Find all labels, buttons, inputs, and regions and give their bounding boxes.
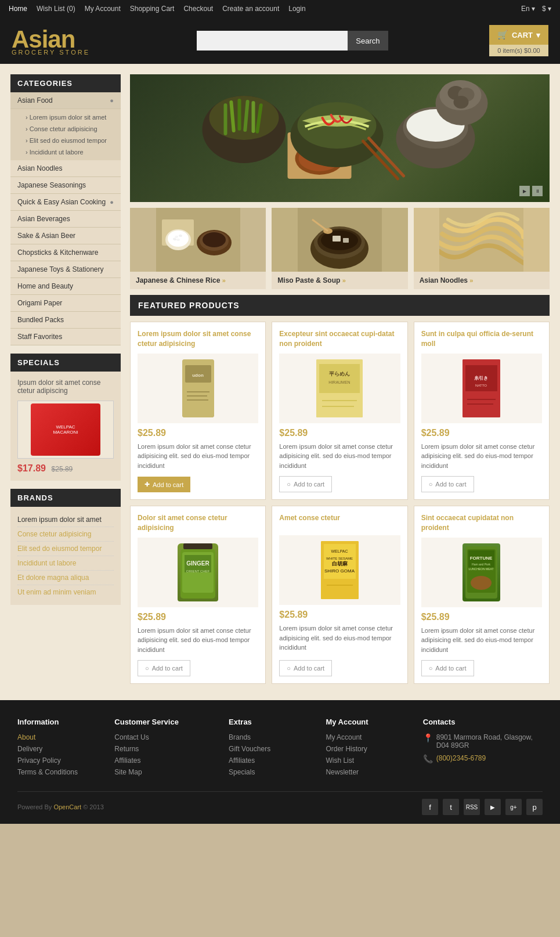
product-visual-4: GINGER ORIENT CHEF [178,543,218,601]
add-to-cart-3[interactable]: ○ Add to cart [421,476,474,492]
product-card-1: Lorem ipsum dolor sit amet conse ctetur … [130,322,266,500]
cat-asian-beverages[interactable]: Asian Beverages [10,211,121,228]
language-selector[interactable]: En ▾ [521,5,535,13]
add-to-cart-1[interactable]: ✚ Add to cart [138,477,190,492]
add-to-cart-4[interactable]: ○ Add to cart [138,660,190,676]
nav-checkout[interactable]: Checkout [183,5,213,13]
cat-quick-cooking[interactable]: Quick & Easy Asian Cooking ● [10,194,121,211]
footer-my-account[interactable]: My Account [326,733,411,741]
brand-5[interactable]: Et dolore magna aliqua [17,571,114,585]
brand-3[interactable]: Elit sed do eiusmod tempor [17,542,114,556]
cat-img-miso[interactable]: Miso Paste & Soup » [272,208,407,289]
social-facebook[interactable]: f [422,799,438,815]
social-rss[interactable]: RSS [464,799,480,815]
footer-contact[interactable]: Contact Us [114,733,217,741]
svg-point-22 [454,96,469,109]
cat-asian-noodles[interactable]: Asian Noodles [10,160,121,177]
footer-gift[interactable]: Gift Vouchers [229,745,314,753]
banner-pause[interactable]: ⏸ [532,186,543,196]
nav-login[interactable]: Login [288,5,305,13]
add-to-cart-5[interactable]: ○ Add to cart [279,660,332,676]
opencart-link[interactable]: OpenCart [53,803,81,810]
cat-link-3[interactable]: » [469,277,473,284]
cat-img-japanese-chinese[interactable]: Japanese & Chinese Rice » [130,208,266,289]
nav-myaccount[interactable]: My Account [85,5,121,13]
cat-home-beauty[interactable]: Home and Beauty [10,278,121,295]
cat-bundled[interactable]: Bundled Packs [10,312,121,329]
nav-cart[interactable]: Shopping Cart [130,5,175,13]
brand-4[interactable]: Incididunt ut labore [17,556,114,571]
banner-play[interactable]: ▶ [519,186,530,196]
nav-home[interactable]: Home [9,5,27,13]
footer-sitemap[interactable]: Site Map [114,768,217,776]
cat-link-2[interactable]: » [342,277,346,284]
footer-account: My Account My Account Order History Wish… [326,718,411,780]
cat-submenu: Lorem ipsum dolor sit amet Conse ctetur … [10,109,121,160]
nav-create[interactable]: Create an account [222,5,279,13]
svg-point-33 [203,232,226,247]
social-googleplus[interactable]: g+ [505,799,522,815]
social-youtube[interactable]: ▶ [485,799,501,815]
product-visual-2: 平らめん HIRAUMEN [316,359,363,417]
footer-delivery[interactable]: Delivery [17,745,103,753]
brand-6[interactable]: Ut enim ad minim veniam [17,585,114,599]
footer-about[interactable]: About [17,733,103,741]
social-twitter[interactable]: t [443,799,459,815]
cart-circle-icon-5: ○ [287,665,291,672]
box-pkg: WELPAC WHITE SESAME 白胡麻 SHIRO GOMA [321,541,359,599]
cat-link-1[interactable]: » [222,277,226,284]
footer-brands[interactable]: Brands [229,733,314,741]
product-title-4: Dolor sit amet conse ctetur adipisicing [138,513,258,533]
footer-affiliates-ex[interactable]: Affiliates [229,756,314,765]
search-button[interactable]: Search [348,31,388,51]
subcat-4[interactable]: Incididunt ut labore [21,146,121,158]
subcat-2[interactable]: Conse ctetur adipisicing [21,123,121,135]
footer-privacy[interactable]: Privacy Policy [17,756,103,765]
cat-expand-icon: ● [110,97,114,104]
product-card-6: Sint occaecat cupidatat non proident FOR… [414,506,550,684]
cat-img-noodles[interactable]: Asian Noodles » [414,208,550,289]
cat-sake[interactable]: Sake & Asian Beer [10,228,121,244]
brand-1[interactable]: Lorem ipsum dolor sit amet [17,513,114,527]
subcat-3[interactable]: Elit sed do eiusmod tempor [21,135,121,146]
cat-staff-favorites[interactable]: Staff Favorites [10,329,121,345]
footer-affiliates-cs[interactable]: Affiliates [114,756,217,765]
svg-text:HIRAUMEN: HIRAUMEN [329,380,351,384]
social-pinterest[interactable]: p [526,799,543,815]
nav-wishlist[interactable]: Wish List (0) [37,5,75,13]
brand-2[interactable]: Conse ctetur adipisicing [17,527,114,542]
cart-info: 0 item(s) $0.00 [489,45,548,56]
content-area: CATEGORIES Asian Food ● Lorem ipsum dolo… [0,64,560,690]
product-title-5: Amet conse ctetur [279,513,400,531]
currency-selector[interactable]: $ ▾ [542,5,551,13]
cat-japanese-toys[interactable]: Japanese Toys & Stationery [10,261,121,278]
footer-specials[interactable]: Specials [229,768,314,776]
cat-asian-food[interactable]: Asian Food ● [10,92,121,109]
svg-text:Ham and Pork: Ham and Pork [472,563,490,566]
specials-product-image[interactable]: WELPACMACARONI [17,401,114,459]
add-to-cart-2[interactable]: ○ Add to cart [279,476,332,492]
footer-wish-list[interactable]: Wish List [326,756,411,765]
subcat-1[interactable]: Lorem ipsum dolor sit amet [21,111,121,123]
product-desc-6: Lorem ipsum dolor sit amet conse ctetur … [421,626,542,655]
can-pkg: FORTUNE Ham and Pork LUNCHEON MEAT [463,543,500,601]
cat-chopsticks[interactable]: Chopsticks & Kitchenware [10,244,121,261]
add-to-cart-6[interactable]: ○ Add to cart [421,660,474,676]
product-title-6: Sint occaecat cupidatat non proident [421,513,542,533]
footer-order-history[interactable]: Order History [326,745,411,753]
search-input[interactable] [197,31,348,51]
cat-japanese-seasonings[interactable]: Japanese Seasonings [10,177,121,194]
svg-rect-48 [187,395,207,397]
footer-returns[interactable]: Returns [114,745,217,753]
cart-button[interactable]: 🛒 CART ▾ [489,25,548,45]
featured-header: FEATURED PRODUCTS [130,295,550,316]
footer-cs-title: Customer Service [114,718,217,726]
brands-box: Lorem ipsum dolor sit amet Conse ctetur … [10,507,121,605]
footer-terms[interactable]: Terms & Conditions [17,768,103,776]
footer-newsletter[interactable]: Newsletter [326,768,411,776]
cat-origami[interactable]: Origami Paper [10,295,121,312]
svg-rect-6 [252,101,255,133]
specials-box: Ipsum dolor sit amet conse ctetur adipis… [10,372,121,481]
cart-circle-icon-4: ○ [145,665,149,672]
svg-rect-74 [327,585,353,586]
